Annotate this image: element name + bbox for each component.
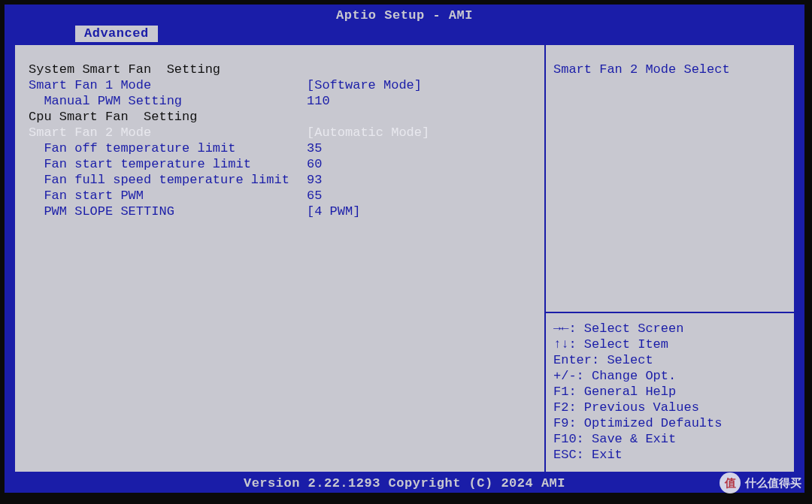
bios-screen: Aptio Setup - AMI Advanced System Smart … <box>5 5 804 493</box>
setting-label: Fan full speed temperature limit <box>29 172 307 188</box>
pwm-slope-row[interactable]: PWM SLOPE SETTING [4 PWM] <box>29 204 538 219</box>
help-key-line: →←: Select Screen <box>553 321 786 337</box>
setting-value: 35 <box>307 140 538 156</box>
footer-text: Version 2.22.1293 Copyright (C) 2024 AMI <box>244 476 565 490</box>
tab-label: Advanced <box>84 26 149 41</box>
help-key-line: F1: General Help <box>553 384 786 400</box>
setting-value: 60 <box>307 156 538 172</box>
setting-value: 93 <box>307 172 538 188</box>
fan-start-pwm-row[interactable]: Fan start PWM 65 <box>29 188 538 204</box>
setting-label: PWM SLOPE SETTING <box>29 204 307 219</box>
help-panel: Smart Fan 2 Mode Select →←: Select Scree… <box>546 45 794 472</box>
help-key-line: ↑↓: Select Item <box>553 337 786 352</box>
setting-value: [4 PWM] <box>307 204 538 219</box>
section-label: System Smart Fan Setting <box>29 62 307 77</box>
smart-fan-1-mode-row[interactable]: Smart Fan 1 Mode [Software Mode] <box>29 77 538 93</box>
setting-value: [Software Mode] <box>307 77 538 93</box>
setting-value: 110 <box>307 93 538 109</box>
help-key-line: ESC: Exit <box>553 447 786 463</box>
settings-panel: System Smart Fan Setting Smart Fan 1 Mod… <box>15 45 546 472</box>
tab-advanced[interactable]: Advanced <box>75 26 158 42</box>
help-keys: →←: Select Screen ↑↓: Select Item Enter:… <box>546 312 794 472</box>
manual-pwm-row[interactable]: Manual PWM Setting 110 <box>29 93 538 109</box>
fan-start-temp-row[interactable]: Fan start temperature limit 60 <box>29 156 538 172</box>
footer: Version 2.22.1293 Copyright (C) 2024 AMI <box>5 473 804 493</box>
setting-value: [Automatic Mode] <box>307 125 538 140</box>
setting-label: Fan off temperature limit <box>29 140 307 156</box>
setting-value: 65 <box>307 188 538 204</box>
setting-label: Fan start temperature limit <box>29 156 307 172</box>
fan-off-temp-row[interactable]: Fan off temperature limit 35 <box>29 140 538 156</box>
section-header-system-fan: System Smart Fan Setting <box>29 62 538 77</box>
title-text: Aptio Setup - AMI <box>336 8 473 23</box>
setting-label: Manual PWM Setting <box>29 93 307 109</box>
section-header-cpu-fan: Cpu Smart Fan Setting <box>29 109 538 125</box>
help-title: Smart Fan 2 Mode Select <box>553 62 786 77</box>
help-key-line: +/-: Change Opt. <box>553 368 786 384</box>
setting-label: Smart Fan 1 Mode <box>29 77 307 93</box>
fan-full-temp-row[interactable]: Fan full speed temperature limit 93 <box>29 172 538 188</box>
help-key-line: F9: Optimized Defaults <box>553 415 786 431</box>
help-key-line: Enter: Select <box>553 352 786 368</box>
section-label: Cpu Smart Fan Setting <box>29 109 307 125</box>
main-area: System Smart Fan Setting Smart Fan 1 Mod… <box>14 44 795 473</box>
smart-fan-2-mode-row[interactable]: Smart Fan 2 Mode [Automatic Mode] <box>29 125 538 140</box>
help-description: Smart Fan 2 Mode Select <box>546 45 794 312</box>
help-key-line: F10: Save & Exit <box>553 431 786 447</box>
setting-label: Fan start PWM <box>29 188 307 204</box>
titlebar: Aptio Setup - AMI <box>5 5 804 26</box>
setting-label: Smart Fan 2 Mode <box>29 125 307 140</box>
tab-row: Advanced <box>5 26 804 44</box>
help-key-line: F2: Previous Values <box>553 400 786 415</box>
